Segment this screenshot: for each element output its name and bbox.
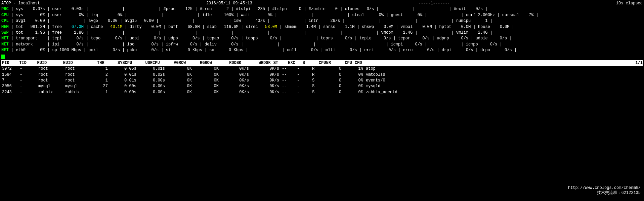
cell-vgrow: 0K	[168, 72, 195, 78]
cell-cmd: vmtoolsd	[366, 72, 643, 78]
cell-rgrow: 0K	[195, 90, 221, 95]
cell-ruid: mysql	[38, 83, 65, 89]
table-header: PID TID RUID EUID THR SYSCPU USRCPU VGRO…	[1, 60, 643, 66]
cell-thr: 1	[92, 90, 111, 95]
cpu-row: CPU | sys 0% | user 0% | irq 0% | | | id…	[1, 12, 643, 18]
table-row: 3056 - mysql mysql 27 0.00s 0.00s 0K 0K …	[1, 83, 643, 89]
cell-st: --	[282, 72, 297, 78]
indicator-bar	[1, 54, 643, 60]
cell-wrdsk: 0K/s	[252, 90, 282, 95]
cell-ruid: root	[38, 72, 65, 78]
cell-cpu: 1%	[344, 66, 366, 72]
footer-group: 技术交流群：62122135	[597, 190, 641, 196]
cell-syscpu: 0.00s	[111, 90, 139, 95]
cpu-label: CPU	[1, 13, 9, 18]
cell-rgrow: 0K	[195, 72, 221, 78]
cell-rddsk: 0K/s	[221, 83, 252, 89]
cell-cpu: 0%	[344, 83, 366, 89]
terminal: ATOP - localhost 2016/05/11 09:45:13 ---…	[0, 0, 644, 201]
cell-tid: -	[20, 90, 38, 95]
cell-rddsk: 0K/s	[221, 78, 252, 83]
cell-wrdsk: 0K/s	[252, 78, 282, 83]
app-title: ATOP - localhost	[1, 1, 40, 6]
cell-euid: mysql	[65, 83, 92, 89]
cell-wrdsk: 0K/s	[252, 83, 282, 89]
col-header-syscpu: SYSCPU	[107, 60, 135, 66]
cell-cpu: 0%	[344, 78, 366, 83]
cell-usrcpu: 0.00s	[139, 90, 168, 95]
col-header-vgrow: VGROW	[163, 60, 189, 66]
elapsed: 10s elapsed	[616, 1, 643, 6]
cell-cpunr: 0	[322, 72, 344, 78]
cell-cpunr: 0	[322, 90, 344, 95]
cell-syscpu: 0.01s	[111, 72, 139, 78]
cell-syscpu: 0.05s	[111, 66, 139, 72]
cell-st: --	[282, 66, 297, 72]
col-header-exc: EXC	[288, 60, 303, 66]
cell-usrcpu: 0.00s	[139, 83, 168, 89]
cell-st: --	[282, 90, 297, 95]
cell-rgrow: 0K	[195, 78, 221, 83]
col-header-s: S	[303, 60, 312, 66]
cell-rddsk: 0K/s	[221, 72, 252, 78]
cell-thr: 1	[92, 78, 111, 83]
cell-exc: -	[297, 90, 312, 95]
prc-label: PRC	[1, 7, 9, 11]
col-header-rddsk: RDDSK	[215, 60, 244, 66]
cell-s: R	[312, 66, 322, 72]
process-table: 3972 - root root 1 0.05s 0.01s 0K 0K 0K/…	[1, 66, 643, 95]
website-link: http://www.cnblogs.com/chenmh/	[568, 186, 641, 190]
separator: -----1-------	[418, 1, 450, 6]
mem-label: MEM	[1, 25, 9, 29]
cell-rddsk: 0K/s	[221, 90, 252, 95]
table-row: 7 - root root 1 0.01s 0.00s 0K 0K 0K/s 0…	[1, 78, 643, 83]
cell-wrdsk: 0K/s	[252, 66, 282, 72]
col-header-ruid: RUID	[37, 60, 63, 66]
col-header-rgrow: RGROW	[188, 60, 215, 66]
col-header-pid: PID	[1, 60, 19, 66]
cell-exc: -	[297, 72, 312, 78]
cell-s: S	[312, 90, 322, 95]
cell-pid: 3243	[1, 90, 20, 95]
cpl-label: CPL	[1, 19, 9, 23]
mem-row: MEM | tot 981.2M | free 67.3M | cache 40…	[1, 24, 643, 30]
green-indicator	[1, 55, 5, 59]
cell-vgrow: 0K	[168, 78, 195, 83]
cell-cmd: mysqld	[366, 83, 643, 89]
cell-tid: -	[20, 78, 38, 83]
cell-syscpu: 0.00s	[111, 83, 139, 89]
cell-usrcpu: 0.00s	[139, 78, 168, 83]
cell-ruid: root	[38, 66, 65, 72]
cell-s: R	[312, 72, 322, 78]
cell-euid: zabbix	[65, 90, 92, 95]
cell-ruid: zabbix	[38, 90, 65, 95]
cell-exc: -	[297, 83, 312, 89]
cell-exc: -	[297, 78, 312, 83]
cell-pid: 7	[1, 78, 20, 83]
table-row: 3243 - zabbix zabbix 1 0.00s 0.00s 0K 0K…	[1, 90, 643, 95]
cell-usrcpu: 0.01s	[139, 66, 168, 72]
cell-rgrow: 0K	[195, 83, 221, 89]
cell-thr: 27	[92, 83, 111, 89]
col-header-thr: THR	[89, 60, 107, 66]
datetime: 2016/05/11 09:45:13	[206, 1, 252, 6]
cell-euid: root	[65, 72, 92, 78]
cell-cpu: 0%	[344, 72, 366, 78]
cell-cmd: zabbix_agentd	[366, 90, 643, 95]
cell-rgrow: 0K	[195, 66, 221, 72]
net-label-2: NET	[1, 42, 9, 47]
cpl-row: CPL | avg1 0.00 | | avg5 0.00 | avg15 0.…	[1, 18, 643, 24]
cell-thr: 2	[92, 72, 111, 78]
cell-cmd: atop	[366, 66, 643, 72]
col-header-cpunr: CPUNR	[312, 60, 334, 66]
cell-s: S	[312, 83, 322, 89]
col-header-wrdsk: WRDSK	[244, 60, 273, 66]
cell-cpu: 0%	[344, 90, 366, 95]
table-row: 1584 - root root 2 0.01s 0.02s 0K 0K 0K/…	[1, 72, 643, 78]
cell-s: S	[312, 78, 322, 83]
cell-tid: -	[20, 66, 38, 72]
cell-euid: root	[65, 78, 92, 83]
header-bar: ATOP - localhost 2016/05/11 09:45:13 ---…	[1, 1, 643, 6]
cell-thr: 1	[92, 66, 111, 72]
col-header-st: ST	[273, 60, 288, 66]
